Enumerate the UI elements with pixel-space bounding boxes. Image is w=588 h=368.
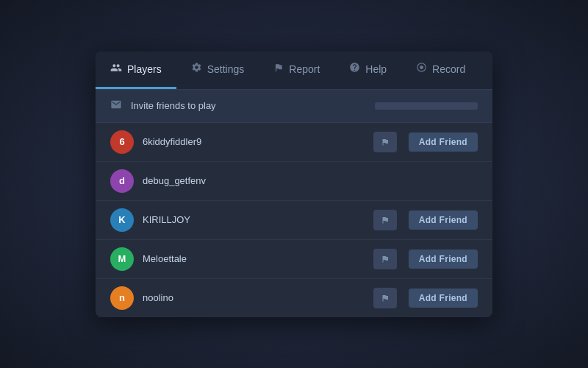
- report-icon: [273, 63, 284, 76]
- settings-icon: [191, 62, 202, 76]
- add-friend-button[interactable]: Add Friend: [409, 210, 478, 230]
- player-list: 6 6kiddyfiddler9 Add Friend d debug_getf…: [96, 123, 492, 317]
- tab-settings-label: Settings: [207, 63, 245, 75]
- avatar: n: [110, 286, 134, 310]
- add-friend-button[interactable]: Add Friend: [409, 132, 478, 152]
- avatar-char: d: [119, 175, 125, 186]
- tab-record[interactable]: Record: [401, 52, 480, 89]
- add-friend-button[interactable]: Add Friend: [409, 289, 478, 308]
- invite-bar: [375, 102, 478, 110]
- avatar-char: K: [118, 214, 125, 225]
- svg-point-1: [420, 66, 423, 69]
- tab-players[interactable]: Players: [96, 52, 176, 89]
- record-icon: [416, 62, 427, 76]
- add-friend-button[interactable]: Add Friend: [409, 250, 478, 269]
- player-row: K KIRILLJOY Add Friend: [96, 201, 492, 240]
- avatar: M: [110, 247, 134, 271]
- player-row: d debug_getfenv: [96, 162, 492, 201]
- tab-help-label: Help: [365, 63, 387, 75]
- avatar: 6: [110, 130, 134, 154]
- player-row: 6 6kiddyfiddler9 Add Friend: [96, 123, 492, 162]
- flag-button[interactable]: [373, 210, 397, 230]
- player-name: debug_getfenv: [143, 175, 478, 186]
- tab-help[interactable]: Help: [334, 52, 401, 89]
- player-name: KIRILLJOY: [143, 214, 365, 225]
- tab-report-label: Report: [289, 63, 320, 75]
- invite-row[interactable]: Invite friends to play: [96, 90, 492, 123]
- help-icon: [349, 62, 360, 76]
- main-panel: Players Settings Report: [96, 52, 492, 317]
- player-name: noolino: [143, 292, 365, 303]
- flag-button[interactable]: [373, 249, 397, 269]
- flag-button[interactable]: [373, 132, 397, 152]
- flag-button[interactable]: [373, 288, 397, 308]
- player-name: Meloettale: [143, 253, 365, 264]
- avatar-char: M: [118, 253, 126, 264]
- invite-label: Invite friends to play: [131, 100, 366, 111]
- tab-bar: Players Settings Report: [96, 52, 492, 90]
- players-icon: [110, 62, 122, 77]
- player-row: M Meloettale Add Friend: [96, 240, 492, 279]
- player-row: n noolino Add Friend: [96, 279, 492, 317]
- tab-record-label: Record: [432, 63, 465, 75]
- tab-players-label: Players: [127, 63, 162, 75]
- tab-settings[interactable]: Settings: [176, 52, 259, 89]
- avatar-char: n: [119, 292, 125, 303]
- avatar: d: [110, 169, 134, 193]
- tab-report[interactable]: Report: [259, 52, 334, 89]
- avatar: K: [110, 208, 134, 232]
- invite-icon: [110, 99, 122, 113]
- avatar-char: 6: [119, 136, 124, 147]
- player-name: 6kiddyfiddler9: [143, 136, 365, 147]
